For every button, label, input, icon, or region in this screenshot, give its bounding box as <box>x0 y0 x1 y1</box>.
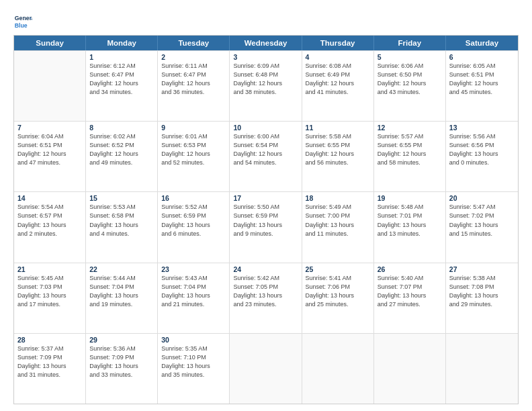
day-detail: Sunrise: 5:41 AM Sunset: 7:06 PM Dayligh… <box>306 274 370 309</box>
calendar-cell: 22Sunrise: 5:44 AM Sunset: 7:04 PM Dayli… <box>86 263 158 333</box>
day-detail: Sunrise: 5:52 AM Sunset: 6:59 PM Dayligh… <box>161 203 226 238</box>
day-detail: Sunrise: 6:12 AM Sunset: 6:47 PM Dayligh… <box>89 62 154 97</box>
weekday-header: Monday <box>86 36 158 50</box>
calendar-row: 21Sunrise: 5:45 AM Sunset: 7:03 PM Dayli… <box>14 263 518 333</box>
day-detail: Sunrise: 6:00 AM Sunset: 6:54 PM Dayligh… <box>233 132 298 167</box>
logo-icon: General Blue <box>13 12 32 31</box>
day-detail: Sunrise: 5:54 AM Sunset: 6:57 PM Dayligh… <box>17 203 82 238</box>
day-number: 9 <box>161 124 226 132</box>
calendar-cell: 21Sunrise: 5:45 AM Sunset: 7:03 PM Dayli… <box>14 263 86 333</box>
calendar-cell: 19Sunrise: 5:48 AM Sunset: 7:01 PM Dayli… <box>374 192 446 262</box>
calendar-cell: 24Sunrise: 5:42 AM Sunset: 7:05 PM Dayli… <box>230 263 302 333</box>
calendar-cell: 23Sunrise: 5:43 AM Sunset: 7:04 PM Dayli… <box>158 263 230 333</box>
calendar-cell: 26Sunrise: 5:40 AM Sunset: 7:07 PM Dayli… <box>374 263 446 333</box>
calendar-row: 1Sunrise: 6:12 AM Sunset: 6:47 PM Daylig… <box>14 50 518 121</box>
day-detail: Sunrise: 5:56 AM Sunset: 6:56 PM Dayligh… <box>449 132 515 167</box>
day-detail: Sunrise: 5:42 AM Sunset: 7:05 PM Dayligh… <box>233 274 298 309</box>
day-number: 16 <box>161 194 226 202</box>
calendar-cell: 6Sunrise: 6:05 AM Sunset: 6:51 PM Daylig… <box>446 51 518 121</box>
calendar: SundayMondayTuesdayWednesdayThursdayFrid… <box>13 35 519 404</box>
calendar-cell <box>230 334 302 404</box>
weekday-header: Friday <box>374 36 446 50</box>
calendar-cell: 12Sunrise: 5:57 AM Sunset: 6:55 PM Dayli… <box>374 122 446 191</box>
day-detail: Sunrise: 5:57 AM Sunset: 6:55 PM Dayligh… <box>378 132 442 167</box>
calendar-cell: 14Sunrise: 5:54 AM Sunset: 6:57 PM Dayli… <box>14 192 86 262</box>
calendar-cell: 18Sunrise: 5:49 AM Sunset: 7:00 PM Dayli… <box>302 192 374 262</box>
svg-text:General: General <box>15 15 32 21</box>
calendar-cell: 1Sunrise: 6:12 AM Sunset: 6:47 PM Daylig… <box>86 51 158 121</box>
calendar-header: SundayMondayTuesdayWednesdayThursdayFrid… <box>14 36 518 50</box>
day-detail: Sunrise: 5:45 AM Sunset: 7:03 PM Dayligh… <box>17 274 82 309</box>
day-number: 2 <box>161 53 226 61</box>
day-number: 4 <box>306 53 370 61</box>
day-number: 7 <box>17 124 82 132</box>
day-number: 11 <box>306 124 370 132</box>
day-detail: Sunrise: 6:06 AM Sunset: 6:50 PM Dayligh… <box>378 62 442 97</box>
day-number: 17 <box>233 194 298 202</box>
calendar-cell: 17Sunrise: 5:50 AM Sunset: 6:59 PM Dayli… <box>230 192 302 262</box>
weekday-header: Thursday <box>302 36 374 50</box>
day-number: 28 <box>17 336 82 344</box>
calendar-cell: 13Sunrise: 5:56 AM Sunset: 6:56 PM Dayli… <box>446 122 518 191</box>
calendar-cell <box>14 51 86 121</box>
day-number: 8 <box>89 124 154 132</box>
weekday-header: Wednesday <box>230 36 302 50</box>
calendar-cell: 9Sunrise: 6:01 AM Sunset: 6:53 PM Daylig… <box>158 122 230 191</box>
calendar-body: 1Sunrise: 6:12 AM Sunset: 6:47 PM Daylig… <box>14 50 518 404</box>
day-detail: Sunrise: 6:05 AM Sunset: 6:51 PM Dayligh… <box>449 62 515 97</box>
day-detail: Sunrise: 5:36 AM Sunset: 7:09 PM Dayligh… <box>89 345 154 379</box>
day-detail: Sunrise: 5:50 AM Sunset: 6:59 PM Dayligh… <box>233 203 298 238</box>
calendar-cell: 5Sunrise: 6:06 AM Sunset: 6:50 PM Daylig… <box>374 51 446 121</box>
day-number: 6 <box>449 53 515 61</box>
weekday-header: Tuesday <box>158 36 230 50</box>
day-detail: Sunrise: 6:11 AM Sunset: 6:47 PM Dayligh… <box>161 62 226 97</box>
day-number: 21 <box>17 265 82 273</box>
calendar-cell: 15Sunrise: 5:53 AM Sunset: 6:58 PM Dayli… <box>86 192 158 262</box>
day-number: 10 <box>233 124 298 132</box>
day-number: 23 <box>161 265 226 273</box>
calendar-cell: 25Sunrise: 5:41 AM Sunset: 7:06 PM Dayli… <box>302 263 374 333</box>
day-detail: Sunrise: 6:02 AM Sunset: 6:52 PM Dayligh… <box>89 132 154 167</box>
logo: General Blue <box>13 12 32 31</box>
calendar-cell: 30Sunrise: 5:35 AM Sunset: 7:10 PM Dayli… <box>158 334 230 404</box>
calendar-cell: 16Sunrise: 5:52 AM Sunset: 6:59 PM Dayli… <box>158 192 230 262</box>
calendar-cell: 27Sunrise: 5:38 AM Sunset: 7:08 PM Dayli… <box>446 263 518 333</box>
day-detail: Sunrise: 5:48 AM Sunset: 7:01 PM Dayligh… <box>378 203 442 238</box>
calendar-cell: 11Sunrise: 5:58 AM Sunset: 6:55 PM Dayli… <box>302 122 374 191</box>
page: General Blue SundayMondayTuesdayWednesda… <box>0 0 532 411</box>
calendar-cell: 20Sunrise: 5:47 AM Sunset: 7:02 PM Dayli… <box>446 192 518 262</box>
day-number: 13 <box>449 124 515 132</box>
header: General Blue <box>13 12 519 31</box>
day-number: 14 <box>17 194 82 202</box>
calendar-cell: 8Sunrise: 6:02 AM Sunset: 6:52 PM Daylig… <box>86 122 158 191</box>
day-detail: Sunrise: 6:01 AM Sunset: 6:53 PM Dayligh… <box>161 132 226 167</box>
calendar-cell <box>374 334 446 404</box>
day-number: 27 <box>449 265 515 273</box>
calendar-cell: 10Sunrise: 6:00 AM Sunset: 6:54 PM Dayli… <box>230 122 302 191</box>
day-number: 3 <box>233 53 298 61</box>
day-detail: Sunrise: 6:09 AM Sunset: 6:48 PM Dayligh… <box>233 62 298 97</box>
calendar-cell: 2Sunrise: 6:11 AM Sunset: 6:47 PM Daylig… <box>158 51 230 121</box>
day-number: 26 <box>378 265 442 273</box>
day-detail: Sunrise: 5:37 AM Sunset: 7:09 PM Dayligh… <box>17 345 82 379</box>
day-number: 15 <box>89 194 154 202</box>
day-number: 24 <box>233 265 298 273</box>
day-detail: Sunrise: 5:38 AM Sunset: 7:08 PM Dayligh… <box>449 274 515 309</box>
calendar-row: 28Sunrise: 5:37 AM Sunset: 7:09 PM Dayli… <box>14 333 518 404</box>
calendar-cell <box>446 334 518 404</box>
day-detail: Sunrise: 5:44 AM Sunset: 7:04 PM Dayligh… <box>89 274 154 309</box>
weekday-header: Saturday <box>446 36 518 50</box>
calendar-row: 7Sunrise: 6:04 AM Sunset: 6:51 PM Daylig… <box>14 121 518 191</box>
calendar-cell: 4Sunrise: 6:08 AM Sunset: 6:49 PM Daylig… <box>302 51 374 121</box>
calendar-row: 14Sunrise: 5:54 AM Sunset: 6:57 PM Dayli… <box>14 191 518 262</box>
day-number: 1 <box>89 53 154 61</box>
day-number: 12 <box>378 124 442 132</box>
day-detail: Sunrise: 6:04 AM Sunset: 6:51 PM Dayligh… <box>17 132 82 167</box>
day-number: 5 <box>378 53 442 61</box>
day-number: 19 <box>378 194 442 202</box>
day-detail: Sunrise: 5:47 AM Sunset: 7:02 PM Dayligh… <box>449 203 515 238</box>
day-number: 29 <box>89 336 154 344</box>
calendar-cell: 7Sunrise: 6:04 AM Sunset: 6:51 PM Daylig… <box>14 122 86 191</box>
calendar-cell: 3Sunrise: 6:09 AM Sunset: 6:48 PM Daylig… <box>230 51 302 121</box>
day-number: 25 <box>306 265 370 273</box>
